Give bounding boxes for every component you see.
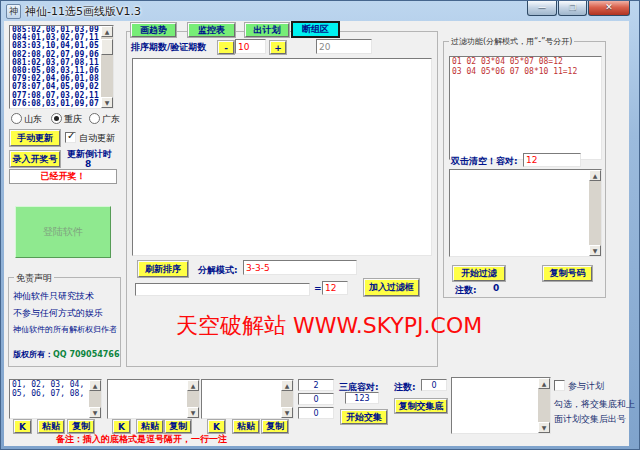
- paste-button-2[interactable]: 粘贴: [137, 420, 163, 433]
- filter-result-scrollbar[interactable]: [589, 170, 601, 256]
- three-base-tolerance-input[interactable]: 123: [345, 392, 379, 404]
- tab-monitor[interactable]: 监控表: [188, 23, 235, 37]
- scroll-up-icon[interactable]: [589, 170, 601, 181]
- window-controls: [527, 1, 630, 16]
- filter-result-list[interactable]: [449, 169, 602, 257]
- participate-hint-line: 面计划交集后出号: [554, 413, 626, 426]
- participate-plan-checkbox[interactable]: [554, 380, 565, 391]
- copy-button-3[interactable]: 复制: [262, 420, 288, 433]
- filter-list[interactable]: 01 02 03*04 05*07 08=12 03 04 05*06 07 0…: [449, 56, 602, 160]
- intersect-scrollbar[interactable]: [538, 378, 550, 433]
- scroll-down-icon[interactable]: [281, 407, 293, 418]
- base-numbers-box-1[interactable]: 01, 02, 03, 04, 05 05, 06, 07, 08, 09: [9, 379, 102, 419]
- auto-update-checkbox[interactable]: [65, 132, 76, 143]
- scroll-down-icon[interactable]: [89, 407, 101, 418]
- title-bar[interactable]: 神 神仙-11选5画线版V1.3: [1, 1, 639, 21]
- scroll-up-icon[interactable]: [89, 380, 101, 391]
- enter-draw-button[interactable]: 录入开奖号: [10, 151, 60, 167]
- auto-update-label[interactable]: 自动更新: [79, 132, 115, 145]
- clear-tolerance-label[interactable]: 双击清空！容对:: [451, 155, 518, 168]
- filter-count-label: 注数:: [455, 284, 477, 297]
- verify-periods-input[interactable]: 20: [316, 39, 372, 54]
- scroll-down-icon[interactable]: [589, 245, 601, 256]
- close-button[interactable]: [588, 1, 630, 16]
- disclaimer-line: 不参与任何方式的娱乐: [13, 307, 103, 320]
- client-area: 085:02,08,01,03,09 084:01,03,02,07,11 08…: [4, 21, 629, 446]
- start-intersect-button[interactable]: 开始交集: [341, 410, 387, 424]
- participate-plan-label[interactable]: 参与计划: [568, 380, 604, 393]
- tolerance-input[interactable]: 12: [523, 153, 581, 167]
- k-button-2[interactable]: K: [113, 420, 130, 433]
- draw-list-scrollbar[interactable]: [101, 26, 113, 108]
- scroll-down-icon[interactable]: [187, 407, 199, 418]
- tab-trend[interactable]: 画趋势: [131, 23, 176, 37]
- copy-button-2[interactable]: 复制: [165, 420, 191, 433]
- base-line[interactable]: 05, 06, 07, 08, 09: [10, 389, 101, 398]
- radio-chongqing[interactable]: [51, 113, 62, 124]
- watermark-text: 天空破解站 WWW.SKYPJ.COM: [176, 311, 482, 341]
- decompose-mode-input[interactable]: 3-3-5: [243, 260, 357, 275]
- sort-periods-input[interactable]: 10: [235, 39, 266, 54]
- box2-scrollbar[interactable]: [187, 380, 199, 418]
- maximize-icon: [569, 3, 576, 12]
- filter-group-title: 过滤功能(分解模式，用“-”号分开): [449, 36, 574, 47]
- format-note: 备注：插入的底格式是逗号隔开，一行一注: [56, 433, 227, 446]
- manual-update-button[interactable]: 手动更新: [10, 130, 60, 146]
- paste-button-3[interactable]: 粘贴: [233, 420, 259, 433]
- login-button[interactable]: 登陆软件: [15, 206, 111, 258]
- count-field-2[interactable]: 0: [298, 393, 334, 405]
- start-filter-button[interactable]: 开始过滤: [453, 266, 505, 281]
- base-numbers-box-2[interactable]: [107, 379, 200, 419]
- draw-history-list[interactable]: 085:02,08,01,03,09 084:01,03,02,07,11 08…: [9, 25, 114, 109]
- count-field-1[interactable]: 2: [298, 379, 334, 391]
- decompose-mode-label: 分解模式:: [198, 264, 238, 277]
- list-item[interactable]: 076:08,03,01,09,07: [10, 100, 113, 108]
- filter-count-value: 0: [493, 283, 499, 293]
- equals-value-input[interactable]: 12: [322, 281, 348, 295]
- tab-group-zone[interactable]: 断组区: [291, 21, 340, 38]
- copy-numbers-button[interactable]: 复制号码: [543, 266, 592, 281]
- intersect-result-list[interactable]: [451, 377, 551, 434]
- box1-scrollbar[interactable]: [89, 380, 101, 418]
- scroll-down-icon[interactable]: [101, 97, 113, 108]
- app-window: 神 神仙-11选5画线版V1.3 085:02,08,01,03,09 084:…: [0, 0, 640, 450]
- scroll-up-icon[interactable]: [101, 26, 113, 37]
- filter-expression-input[interactable]: [135, 283, 310, 296]
- tab-plan[interactable]: 出计划: [245, 23, 289, 37]
- base-numbers-box-3[interactable]: [201, 379, 294, 419]
- close-icon: [605, 3, 613, 12]
- radio-shandong[interactable]: [11, 113, 22, 124]
- copy-intersect-button[interactable]: 复制交集底: [395, 399, 447, 413]
- copy-button-1[interactable]: 复制: [68, 420, 94, 433]
- radio-chongqing-label[interactable]: 重庆: [64, 113, 82, 126]
- intersect-count-field[interactable]: 0: [421, 379, 447, 391]
- maximize-button[interactable]: [558, 1, 587, 16]
- scrollbar-thumb[interactable]: [101, 39, 113, 55]
- filter-line[interactable]: 01 02 03*04 05*07 08=12: [450, 57, 601, 67]
- k-button-3[interactable]: K: [208, 420, 225, 433]
- minimize-button[interactable]: [527, 1, 557, 16]
- group-work-area[interactable]: [132, 58, 432, 256]
- paste-button-1[interactable]: 粘贴: [38, 420, 64, 433]
- scroll-up-icon[interactable]: [281, 380, 293, 391]
- increment-button[interactable]: +: [270, 41, 286, 54]
- radio-guangdong-label[interactable]: 广东: [102, 113, 120, 126]
- decrement-button[interactable]: -: [218, 41, 234, 54]
- minimize-icon: [538, 3, 546, 12]
- radio-shandong-label[interactable]: 山东: [24, 113, 42, 126]
- sort-periods-label: 排序期数/验证期数: [131, 41, 206, 54]
- intersect-count-label: 注数:: [394, 381, 416, 394]
- k-button-1[interactable]: K: [14, 420, 31, 433]
- scroll-up-icon[interactable]: [538, 378, 550, 389]
- count-field-3[interactable]: 0: [298, 407, 334, 419]
- disclaimer-group: 免责声明 神仙软件只研究技术 不参与任何方式的娱乐 神仙软件的所有解析权归作者 …: [8, 277, 121, 367]
- add-filter-button[interactable]: 加入过滤框: [364, 279, 419, 296]
- box3-scrollbar[interactable]: [281, 380, 293, 418]
- refresh-sort-button[interactable]: 刷新排序: [138, 261, 188, 277]
- app-icon: 神: [6, 4, 21, 19]
- radio-guangdong[interactable]: [89, 113, 100, 124]
- scroll-up-icon[interactable]: [187, 380, 199, 391]
- scroll-down-icon[interactable]: [538, 422, 550, 433]
- base-line[interactable]: 01, 02, 03, 04, 05: [10, 380, 101, 389]
- filter-line[interactable]: 03 04 05*06 07 08*10 11=12: [450, 67, 601, 77]
